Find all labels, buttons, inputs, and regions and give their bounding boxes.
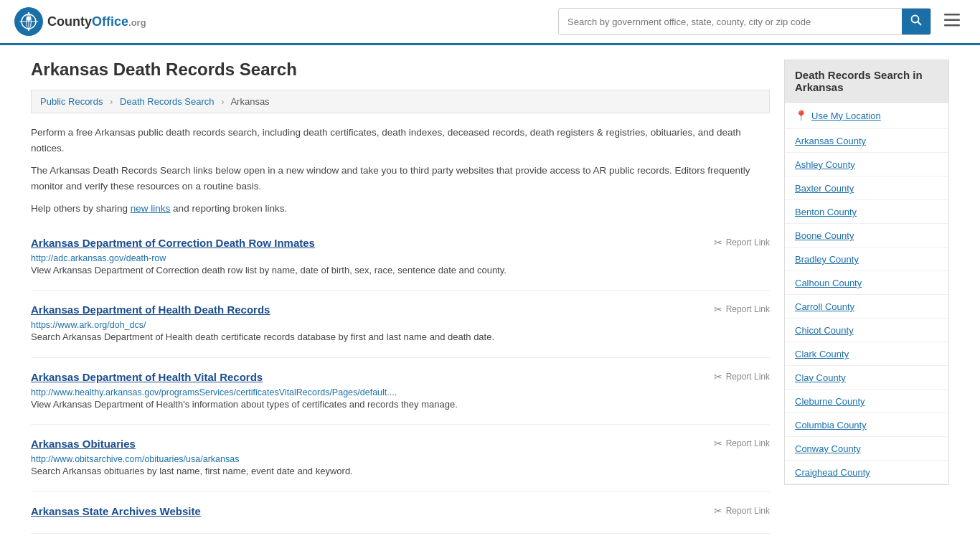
report-link-5[interactable]: ✂ Report Link bbox=[714, 505, 770, 517]
sidebar-county-item: Columbia County bbox=[785, 413, 948, 437]
sidebar-county-link[interactable]: Craighead County bbox=[795, 467, 870, 478]
svg-rect-7 bbox=[944, 14, 960, 16]
report-icon-1: ✂ bbox=[714, 237, 722, 248]
description-3: Help others by sharing new links and rep… bbox=[31, 201, 770, 217]
breadcrumb-sep-2: › bbox=[221, 96, 224, 107]
result-item: Arkansas Department of Health Vital Reco… bbox=[31, 358, 770, 425]
report-link-3[interactable]: ✂ Report Link bbox=[714, 371, 770, 382]
search-input[interactable] bbox=[559, 11, 902, 33]
breadcrumb-sep-1: › bbox=[110, 96, 113, 107]
sidebar-county-link[interactable]: Carroll County bbox=[795, 301, 854, 312]
page-title: Arkansas Death Records Search bbox=[31, 60, 770, 80]
logo-area: CountyOffice.org bbox=[14, 7, 146, 36]
report-link-4[interactable]: ✂ Report Link bbox=[714, 438, 770, 449]
result-title-3[interactable]: Arkansas Department of Health Vital Reco… bbox=[31, 371, 263, 383]
sidebar-county-link[interactable]: Clark County bbox=[795, 349, 849, 359]
results-list: Arkansas Department of Correction Death … bbox=[31, 224, 770, 534]
sidebar-county-link[interactable]: Clay County bbox=[795, 372, 846, 383]
svg-rect-9 bbox=[944, 24, 960, 27]
sidebar-county-link[interactable]: Chicot County bbox=[795, 325, 854, 336]
result-url-3[interactable]: http://www.healthy.arkansas.gov/programs… bbox=[31, 387, 397, 397]
result-desc-4: Search Arkansas obituaries by last name,… bbox=[31, 464, 770, 479]
sidebar-county-link[interactable]: Benton County bbox=[795, 207, 857, 217]
result-url-1[interactable]: http://adc.arkansas.gov/death-row bbox=[31, 253, 166, 263]
svg-point-4 bbox=[27, 17, 31, 21]
sidebar-county-item: Boone County bbox=[785, 224, 948, 248]
breadcrumb-arkansas: Arkansas bbox=[230, 96, 269, 107]
sidebar-county-item: Bradley County bbox=[785, 248, 948, 271]
report-icon-2: ✂ bbox=[714, 303, 722, 315]
location-pin-icon: 📍 bbox=[795, 110, 807, 121]
svg-rect-8 bbox=[944, 19, 960, 22]
sidebar: Death Records Search in Arkansas 📍 Use M… bbox=[784, 60, 949, 534]
sidebar-county-item: Carroll County bbox=[785, 295, 948, 319]
sidebar-heading: Death Records Search in Arkansas bbox=[784, 60, 949, 103]
sidebar-county-link[interactable]: Baxter County bbox=[795, 183, 854, 194]
breadcrumb-public-records[interactable]: Public Records bbox=[40, 96, 103, 107]
sidebar-county-item: Baxter County bbox=[785, 176, 948, 200]
sidebar-county-link[interactable]: Columbia County bbox=[795, 420, 867, 430]
sidebar-county-item: Benton County bbox=[785, 200, 948, 224]
result-item: Arkansas Obituaries ✂ Report Link http:/… bbox=[31, 425, 770, 492]
result-url-2[interactable]: https://www.ark.org/doh_dcs/ bbox=[31, 320, 146, 330]
sidebar-county-item: Arkansas County bbox=[785, 129, 948, 153]
search-bar bbox=[558, 8, 931, 35]
result-title-4[interactable]: Arkansas Obituaries bbox=[31, 438, 136, 450]
main-content: Arkansas Death Records Search Public Rec… bbox=[31, 60, 770, 534]
sidebar-county-link[interactable]: Arkansas County bbox=[795, 136, 866, 146]
report-icon-3: ✂ bbox=[714, 371, 722, 382]
logo-text: CountyOffice.org bbox=[47, 14, 146, 29]
breadcrumb-death-records-search[interactable]: Death Records Search bbox=[120, 96, 215, 107]
result-desc-2: Search Arkansas Department of Health dea… bbox=[31, 330, 770, 344]
sidebar-county-link[interactable]: Ashley County bbox=[795, 159, 855, 170]
sidebar-county-list: Arkansas CountyAshley CountyBaxter Count… bbox=[784, 129, 949, 485]
search-button[interactable] bbox=[902, 9, 930, 34]
sidebar-county-link[interactable]: Conway County bbox=[795, 443, 861, 454]
sidebar-county-item: Chicot County bbox=[785, 319, 948, 342]
hamburger-menu-button[interactable] bbox=[938, 11, 966, 32]
result-title-5[interactable]: Arkansas State Archives Website bbox=[31, 505, 201, 517]
result-item: Arkansas Department of Correction Death … bbox=[31, 224, 770, 291]
result-item: Arkansas State Archives Website ✂ Report… bbox=[31, 492, 770, 534]
svg-line-6 bbox=[918, 22, 921, 25]
header-right bbox=[558, 8, 966, 35]
sidebar-county-item: Conway County bbox=[785, 437, 948, 461]
result-url-4[interactable]: http://www.obitsarchive.com/obituaries/u… bbox=[31, 454, 239, 464]
report-icon-4: ✂ bbox=[714, 438, 722, 449]
logo-icon bbox=[14, 7, 43, 36]
sidebar-county-link[interactable]: Boone County bbox=[795, 230, 854, 241]
report-link-1[interactable]: ✂ Report Link bbox=[714, 237, 770, 248]
result-title-2[interactable]: Arkansas Department of Health Death Reco… bbox=[31, 303, 270, 316]
sidebar-county-link[interactable]: Bradley County bbox=[795, 254, 859, 265]
description-1: Perform a free Arkansas public death rec… bbox=[31, 125, 770, 156]
result-desc-1: View Arkansas Department of Correction d… bbox=[31, 263, 770, 278]
sidebar-county-item: Cleburne County bbox=[785, 390, 948, 413]
report-link-2[interactable]: ✂ Report Link bbox=[714, 303, 770, 315]
sidebar-county-item: Craighead County bbox=[785, 461, 948, 484]
main-container: Arkansas Death Records Search Public Rec… bbox=[17, 45, 963, 548]
sidebar-location: 📍 Use My Location bbox=[784, 103, 949, 129]
sidebar-county-item: Clay County bbox=[785, 366, 948, 390]
site-header: CountyOffice.org bbox=[0, 0, 980, 45]
result-title-1[interactable]: Arkansas Department of Correction Death … bbox=[31, 237, 315, 249]
result-desc-3: View Arkansas Department of Health's inf… bbox=[31, 397, 770, 412]
new-links-link[interactable]: new links bbox=[131, 203, 171, 214]
sidebar-county-link[interactable]: Cleburne County bbox=[795, 396, 865, 407]
sidebar-county-link[interactable]: Calhoun County bbox=[795, 278, 862, 288]
use-my-location-link[interactable]: Use My Location bbox=[811, 110, 881, 121]
breadcrumb: Public Records › Death Records Search › … bbox=[31, 90, 770, 113]
report-icon-5: ✂ bbox=[714, 505, 722, 517]
sidebar-county-item: Clark County bbox=[785, 342, 948, 366]
sidebar-county-item: Calhoun County bbox=[785, 271, 948, 295]
sidebar-county-item: Ashley County bbox=[785, 153, 948, 176]
description-2: The Arkansas Death Records Search links … bbox=[31, 163, 770, 194]
result-item: Arkansas Department of Health Death Reco… bbox=[31, 291, 770, 358]
